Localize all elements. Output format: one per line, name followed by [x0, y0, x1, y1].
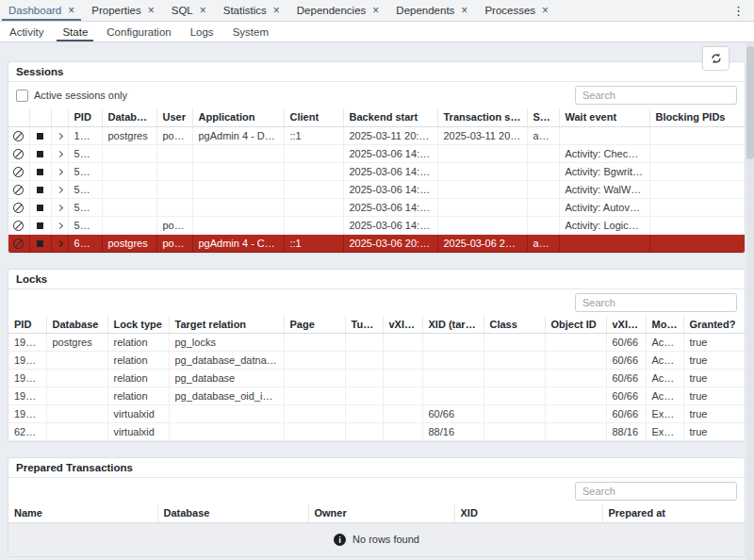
cell-class[interactable]	[484, 405, 545, 423]
cell-page[interactable]	[284, 387, 345, 405]
vertical-scrollbar[interactable]	[746, 42, 754, 560]
cell-pid[interactable]: 53457	[68, 216, 102, 234]
row-action-cell[interactable]	[29, 126, 51, 144]
cell-wait-event[interactable]: Activity: Autovacuum…	[559, 198, 649, 216]
cell-backend-start[interactable]: 2025-03-11 20:15:46 …	[343, 126, 437, 144]
cell-user[interactable]	[156, 198, 192, 216]
cell-pid[interactable]: 62574	[8, 423, 46, 441]
cancel-session-icon[interactable]	[13, 167, 24, 177]
expand-row-icon[interactable]	[56, 205, 62, 211]
scrollbar-thumb[interactable]	[746, 46, 754, 159]
cell-client[interactable]	[284, 162, 343, 180]
column-header-database[interactable]: Database	[102, 108, 156, 126]
terminate-session-icon[interactable]	[37, 222, 43, 229]
cell-tuple[interactable]	[345, 405, 383, 423]
column-header-name[interactable]: Name	[8, 504, 157, 522]
cell-xid-target[interactable]: 60/66	[422, 405, 484, 423]
cell-mode[interactable]: Acces…	[646, 334, 683, 352]
expand-row-icon[interactable]	[56, 187, 62, 193]
cancel-session-icon[interactable]	[13, 221, 24, 231]
cell-database[interactable]: postgres	[102, 234, 156, 252]
subtab-activity[interactable]: Activity	[0, 22, 53, 41]
column-header-transaction-start[interactable]: Transaction start	[437, 108, 527, 126]
terminate-session-icon[interactable]	[37, 187, 43, 193]
cell-xid-target[interactable]: 88/16	[422, 423, 484, 441]
cell-pid[interactable]: 53452	[68, 144, 102, 162]
cell-blocking-pids[interactable]	[649, 234, 745, 252]
cell-wait-event[interactable]: Activity: WalWriterM…	[559, 180, 649, 198]
row-action-cell[interactable]	[8, 162, 29, 180]
cell-target-relation[interactable]	[169, 405, 284, 423]
column-header-object-id[interactable]: Object ID	[545, 316, 606, 334]
cell-lock-type[interactable]: relation	[107, 334, 169, 352]
table-row[interactable]: 534522025-03-06 14:10:11 …Activity: Chec…	[8, 144, 745, 162]
row-action-cell[interactable]	[8, 180, 29, 198]
cell-granted[interactable]: true	[683, 423, 745, 441]
cell-user[interactable]	[156, 144, 192, 162]
cell-backend-start[interactable]: 2025-03-06 14:10:11 …	[343, 198, 437, 216]
tab-dashboard[interactable]: Dashboard×	[0, 0, 83, 21]
terminate-session-icon[interactable]	[37, 169, 43, 175]
row-action-cell[interactable]	[51, 234, 68, 252]
cell-page[interactable]	[284, 423, 345, 441]
cell-object-id[interactable]	[545, 423, 606, 441]
cell-vxid[interactable]: 60/66	[606, 334, 646, 352]
cell-wait-event[interactable]: Activity: LogicalLaun…	[559, 216, 649, 234]
tab-dependencies[interactable]: Dependencies×	[288, 0, 388, 21]
column-header-database[interactable]: Database	[46, 316, 107, 334]
cell-application[interactable]	[192, 198, 284, 216]
cell-client[interactable]	[284, 144, 343, 162]
cell-pid[interactable]: 53455	[68, 180, 102, 198]
table-row[interactable]: 19425relationpg_database_datname_ind…60/…	[8, 352, 745, 370]
column-header-wait-event[interactable]: Wait event	[559, 108, 649, 126]
cell-database[interactable]	[46, 370, 107, 387]
cell-class[interactable]	[484, 423, 545, 441]
terminate-session-icon[interactable]	[37, 133, 43, 140]
row-action-cell[interactable]	[51, 216, 68, 234]
cell-granted[interactable]: true	[683, 334, 745, 352]
cell-blocking-pids[interactable]	[649, 216, 745, 234]
cell-client[interactable]: ::1	[284, 234, 343, 252]
table-row[interactable]: 19425relationpg_database60/66Acces…true	[8, 370, 745, 387]
close-icon[interactable]: ×	[461, 5, 467, 16]
column-header-target-relation[interactable]: Target relation	[169, 316, 284, 334]
cell-backend-start[interactable]: 2025-03-06 14:10:11 …	[343, 180, 437, 198]
cell-pid[interactable]: 53456	[68, 198, 102, 216]
cell-state[interactable]	[527, 216, 559, 234]
table-row[interactable]: 534532025-03-06 14:10:11 …Activity: Bgwr…	[8, 162, 745, 180]
cell-mode[interactable]: Acces…	[646, 370, 683, 387]
cell-user[interactable]	[156, 180, 192, 198]
cancel-session-icon[interactable]	[13, 185, 24, 195]
subtab-configuration[interactable]: Configuration	[97, 22, 180, 41]
cell-target-relation[interactable]: pg_database_datname_ind…	[169, 352, 284, 370]
table-row[interactable]: 19425virtualxid60/6660/66Exclusi…true	[8, 405, 745, 423]
cell-transaction-start[interactable]: 2025-03-06 20:44:25 …	[437, 234, 527, 252]
cancel-session-icon[interactable]	[13, 149, 24, 159]
row-action-cell[interactable]	[29, 234, 51, 252]
cell-target-relation[interactable]: pg_database_oid_index	[169, 387, 284, 405]
cell-mode[interactable]: Exclusi…	[646, 405, 683, 423]
cell-page[interactable]	[284, 334, 345, 352]
cell-granted[interactable]: true	[683, 352, 745, 370]
column-header-page[interactable]: Page	[284, 316, 345, 334]
cell-granted[interactable]: true	[683, 370, 745, 387]
column-header-state[interactable]: State	[527, 108, 559, 126]
cell-state[interactable]	[527, 162, 559, 180]
cell-transaction-start[interactable]	[437, 198, 527, 216]
table-row[interactable]: 62574virtualxid88/1688/16Exclusi…true	[8, 423, 745, 441]
cell-object-id[interactable]	[545, 370, 606, 387]
active-sessions-filter[interactable]: Active sessions only	[16, 90, 127, 102]
refresh-button[interactable]	[702, 46, 729, 71]
tab-processes[interactable]: Processes×	[476, 0, 557, 21]
cell-user[interactable]	[156, 162, 192, 180]
table-row[interactable]: 19425relationpg_database_oid_index60/66A…	[8, 387, 745, 405]
cell-transaction-start[interactable]: 2025-03-11 20:22:36 …	[437, 126, 527, 144]
cell-vxid-t[interactable]	[383, 387, 422, 405]
column-header-pid[interactable]: PID	[68, 108, 102, 126]
cell-application[interactable]	[192, 180, 284, 198]
terminate-session-icon[interactable]	[37, 240, 43, 247]
cell-wait-event[interactable]	[559, 234, 649, 252]
column-header-tuple[interactable]: Tuple	[345, 316, 383, 334]
cell-object-id[interactable]	[545, 334, 606, 352]
cell-database[interactable]: postgres	[102, 126, 156, 144]
